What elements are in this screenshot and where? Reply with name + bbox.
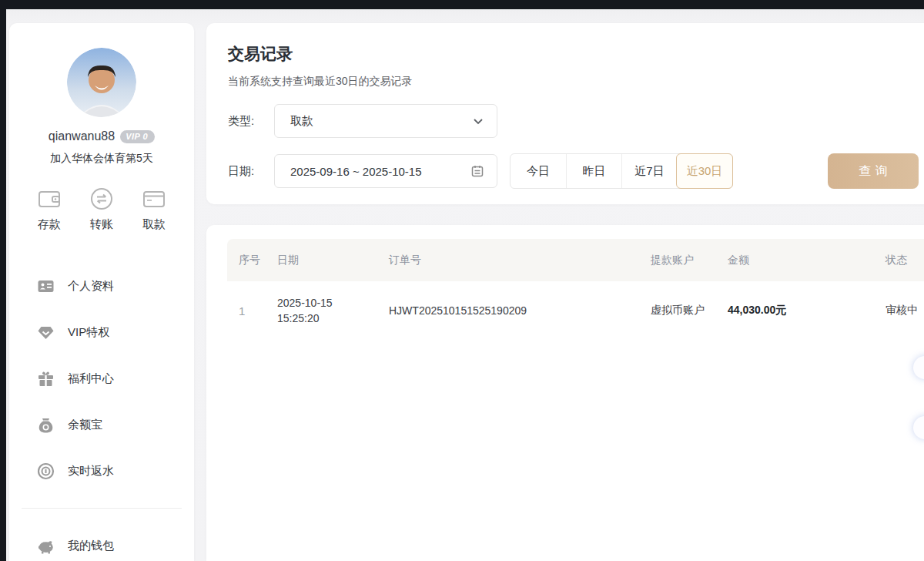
sidebar: qianwanu88 VIP 0 加入华体会体育第5天 存款 转账: [9, 23, 194, 561]
type-label: 类型:: [228, 114, 265, 129]
cell-order-no: HJWT202510151525190209: [389, 304, 651, 317]
wallet-icon: [36, 186, 62, 212]
sidebar-menu-bottom: 我的钱包: [9, 522, 194, 561]
quick-range-group: 今日 昨日 近7日 近30日: [510, 153, 733, 189]
col-date: 日期: [277, 254, 389, 267]
sidebar-item-vip[interactable]: VIP特权: [9, 309, 194, 355]
rebate-coin-icon: [37, 462, 55, 480]
sidebar-item-label: 实时返水: [68, 464, 114, 479]
cell-amount: 44,030.00元: [728, 304, 886, 317]
col-index: 序号: [227, 254, 277, 267]
type-select[interactable]: 取款: [274, 104, 497, 138]
avatar[interactable]: [67, 48, 136, 117]
deposit-button[interactable]: 存款: [31, 186, 68, 232]
join-days-text: 加入华体会体育第5天: [9, 152, 194, 166]
col-order-no: 订单号: [389, 254, 651, 267]
deposit-label: 存款: [38, 217, 61, 232]
calendar-icon: [470, 164, 484, 178]
username: qianwanu88: [49, 129, 115, 143]
col-status: 状态: [886, 254, 924, 267]
user-row: qianwanu88 VIP 0: [9, 129, 194, 143]
page-subtitle: 当前系统支持查询最近30日的交易记录: [228, 75, 924, 89]
transaction-table-panel: 序号 日期 订单号 提款账户 金额 状态 1 2025-10-15 15:25:…: [206, 225, 924, 561]
window-left-edge: [0, 0, 6, 561]
vip-level-badge: VIP 0: [120, 130, 155, 143]
transfer-label: 转账: [90, 217, 113, 232]
id-card-icon: [37, 277, 55, 295]
sidebar-item-label: 个人资料: [68, 279, 114, 294]
transaction-filter-panel: 交易记录 当前系统支持查询最近30日的交易记录 类型: 取款 日期: 2025-…: [206, 23, 924, 204]
sidebar-item-label: 余额宝: [68, 418, 102, 432]
col-account: 提款账户: [651, 254, 728, 267]
range-today-button[interactable]: 今日: [511, 154, 566, 188]
sidebar-item-label: VIP特权: [68, 325, 109, 340]
window-top-edge: [0, 0, 924, 9]
sidebar-item-rebate[interactable]: 实时返水: [9, 448, 194, 494]
cell-status: 审核中: [886, 304, 924, 317]
date-range-input[interactable]: 2025-09-16 ~ 2025-10-15: [274, 154, 497, 188]
cell-index: 1: [227, 304, 277, 317]
gift-icon: [37, 370, 55, 388]
date-range-value: 2025-09-16 ~ 2025-10-15: [290, 165, 470, 178]
sidebar-item-label: 福利中心: [68, 371, 114, 386]
table-row: 1 2025-10-15 15:25:20 HJWT20251015152519…: [227, 281, 924, 340]
range-yesterday-button[interactable]: 昨日: [566, 154, 621, 188]
cell-date-day: 2025-10-15: [277, 295, 389, 311]
col-amount: 金额: [728, 254, 886, 267]
page-title: 交易记录: [228, 43, 924, 65]
sidebar-item-yuebao[interactable]: 余额宝: [9, 401, 194, 448]
sidebar-item-label: 我的钱包: [68, 539, 114, 553]
sidebar-item-profile[interactable]: 个人资料: [9, 263, 194, 309]
table-header: 序号 日期 订单号 提款账户 金额 状态: [227, 239, 924, 281]
withdraw-label: 取款: [142, 217, 166, 232]
chevron-down-icon: [472, 115, 484, 127]
date-filter-row: 日期: 2025-09-16 ~ 2025-10-15 今日 昨日 近7日 近3…: [228, 153, 924, 189]
date-label: 日期:: [228, 164, 265, 179]
withdraw-button[interactable]: 取款: [136, 186, 172, 232]
piggy-bank-icon: [37, 537, 55, 555]
sidebar-item-welfare[interactable]: 福利中心: [9, 355, 194, 401]
money-pouch-icon: [37, 416, 55, 434]
cell-account: 虚拟币账户: [651, 304, 728, 317]
type-filter-row: 类型: 取款: [228, 104, 924, 138]
type-selected-value: 取款: [290, 114, 472, 129]
search-button[interactable]: 查询: [828, 153, 919, 189]
bank-card-icon: [141, 186, 167, 212]
transfer-icon: [89, 186, 115, 212]
vip-gem-icon: [37, 324, 55, 341]
sidebar-divider: [22, 508, 182, 509]
transfer-button[interactable]: 转账: [83, 186, 120, 232]
cell-date: 2025-10-15 15:25:20: [277, 295, 389, 327]
sidebar-menu: 个人资料 VIP特权 福利中心 余额宝 实时返水: [9, 263, 194, 494]
range-30days-button[interactable]: 近30日: [676, 153, 733, 189]
cell-date-time: 15:25:20: [277, 311, 389, 326]
sidebar-item-wallet[interactable]: 我的钱包: [9, 522, 194, 561]
quick-actions: 存款 转账 取款: [9, 186, 194, 232]
range-7days-button[interactable]: 近7日: [621, 154, 677, 188]
avatar-photo: [67, 48, 136, 117]
